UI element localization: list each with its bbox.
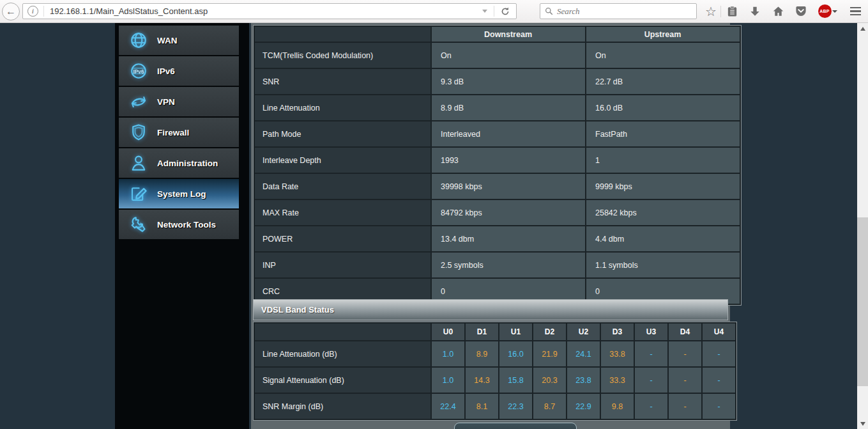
sidebar-item-label: Network Tools xyxy=(157,220,216,230)
arrow-down-icon xyxy=(860,422,865,426)
search-bar[interactable] xyxy=(540,3,697,19)
site-info-icon[interactable]: i xyxy=(27,6,38,17)
adsl-status-table: DownstreamUpstreamTCM(Trellis Coded Modu… xyxy=(254,26,741,305)
band-cell-d3: 33.8 xyxy=(600,341,634,367)
row-label-cell: POWER xyxy=(254,226,431,252)
url-bar[interactable]: i 192.168.1.1/Main_AdslStatus_Content.as… xyxy=(22,3,517,19)
sidebar-item-firewall[interactable]: Firewall xyxy=(119,118,239,147)
search-icon xyxy=(545,7,553,15)
scrollbar-thumb[interactable] xyxy=(857,217,868,386)
vpn-arrows-icon xyxy=(128,91,149,112)
band-cell-u3: - xyxy=(634,341,668,367)
band-cell-d2: 20.3 xyxy=(533,367,567,393)
table-row: Path ModeInterleavedFastPath xyxy=(254,121,740,147)
scroll-up-button[interactable] xyxy=(857,23,868,34)
sidebar-item-label: IPv6 xyxy=(157,66,175,76)
band-column-header-u1: U1 xyxy=(499,323,533,341)
band-column-header-u4: U4 xyxy=(702,323,736,341)
home-button[interactable] xyxy=(770,0,786,22)
row-label-cell: INP xyxy=(254,252,431,278)
band-cell-u1: 15.8 xyxy=(499,367,533,393)
globe-icon xyxy=(128,30,149,51)
arrow-up-icon xyxy=(860,27,865,31)
band-cell-u0: 1.0 xyxy=(431,367,465,393)
row-label-cell: Line Attenuation (dB) xyxy=(254,341,431,367)
table-row: Data Rate39998 kbps9999 kbps xyxy=(254,173,740,199)
bookmarks-menu-button[interactable] xyxy=(724,0,740,22)
band-cell-d4: - xyxy=(668,393,702,419)
bookmark-star-button[interactable]: ☆ xyxy=(703,0,719,22)
table-row: SNR Margin (dB)22.48.122.38.722.99.8--- xyxy=(254,393,736,419)
section-title: VDSL Band Status xyxy=(261,305,334,315)
band-column-header-d4: D4 xyxy=(668,323,702,341)
band-column-header-u3: U3 xyxy=(634,323,668,341)
home-icon xyxy=(772,5,784,17)
row-label-cell: Path Mode xyxy=(254,121,431,147)
band-cell-u3: - xyxy=(634,367,668,393)
band-cell-d1: 8.1 xyxy=(465,393,499,419)
downloads-button[interactable] xyxy=(747,0,763,22)
band-cell-u1: 22.3 xyxy=(499,393,533,419)
sidebar-item-vpn[interactable]: VPN xyxy=(119,87,239,116)
sidebar-item-administration[interactable]: Administration xyxy=(119,148,239,178)
sidebar: WANIPv6IPv6VPNFirewallAdministrationSyst… xyxy=(115,23,249,429)
band-header-row: U0D1U1D2U2D3U3D4U4 xyxy=(254,323,736,341)
table-row: MAX Rate84792 kbps25842 kbps xyxy=(254,199,740,226)
reload-button[interactable] xyxy=(494,7,516,16)
person-icon xyxy=(128,153,149,173)
band-column-header-d2: D2 xyxy=(533,323,567,341)
band-cell-d3: 33.3 xyxy=(600,367,634,393)
note-pencil-icon xyxy=(128,183,149,204)
band-column-header-d3: D3 xyxy=(600,323,634,341)
sidebar-item-network-tools[interactable]: Network Tools xyxy=(119,210,239,239)
sidebar-item-system-log[interactable]: System Log xyxy=(119,179,239,208)
upstream-value-cell: 1 xyxy=(586,147,740,173)
column-header-upstream: Upstream xyxy=(586,26,740,42)
sidebar-item-label: Administration xyxy=(157,159,218,168)
table-row: TCM(Trellis Coded Modulation)OnOn xyxy=(254,42,740,68)
sidebar-item-ipv6[interactable]: IPv6IPv6 xyxy=(119,56,239,86)
ipv6-globe-icon: IPv6 xyxy=(128,61,149,81)
row-label-cell: Data Rate xyxy=(254,173,431,199)
refresh-button[interactable] xyxy=(454,423,577,429)
url-text[interactable]: 192.168.1.1/Main_AdslStatus_Content.asp xyxy=(50,6,476,16)
table-row: Interleave Depth19931 xyxy=(254,147,740,173)
downstream-value-cell: 84792 kbps xyxy=(431,199,586,226)
header-empty-cell xyxy=(254,26,431,42)
band-cell-u2: 22.9 xyxy=(567,393,600,419)
adblock-plus-dropdown[interactable] xyxy=(830,0,839,22)
upstream-value-cell: 9999 kbps xyxy=(586,173,740,199)
clipboard-icon xyxy=(726,5,738,18)
downstream-value-cell: 13.4 dbm xyxy=(431,226,586,252)
menu-button[interactable] xyxy=(847,0,864,22)
downstream-value-cell: 9.3 dB xyxy=(431,68,586,95)
download-arrow-icon xyxy=(749,6,761,17)
band-column-header-u2: U2 xyxy=(567,323,600,341)
band-cell-u0: 22.4 xyxy=(431,393,465,419)
scroll-down-button[interactable] xyxy=(857,418,868,429)
table-row: Line Attenuation8.9 dB16.0 dB xyxy=(254,95,740,121)
url-dropdown-icon[interactable] xyxy=(482,10,487,13)
vertical-scrollbar[interactable] xyxy=(857,23,868,429)
upstream-value-cell: 4.4 dbm xyxy=(586,226,740,252)
upstream-value-cell: 1.1 symbols xyxy=(586,252,740,278)
band-cell-u4: - xyxy=(702,341,736,367)
pocket-button[interactable] xyxy=(793,0,809,22)
band-cell-d1: 14.3 xyxy=(465,367,499,393)
band-cell-d4: - xyxy=(668,341,702,367)
row-label-cell: Line Attenuation xyxy=(254,95,431,121)
downstream-value-cell: Interleaved xyxy=(431,121,586,147)
sidebar-item-wan[interactable]: WAN xyxy=(119,26,239,55)
row-label-cell: Interleave Depth xyxy=(254,147,431,173)
downstream-value-cell: On xyxy=(431,42,586,68)
upstream-value-cell: FastPath xyxy=(586,121,740,147)
band-cell-d2: 8.7 xyxy=(533,393,567,419)
router-admin-page: WANIPv6IPv6VPNFirewallAdministrationSyst… xyxy=(0,23,868,429)
back-button[interactable]: ← xyxy=(2,3,20,20)
reload-icon xyxy=(501,7,510,16)
hamburger-icon xyxy=(850,7,861,15)
search-input[interactable] xyxy=(556,5,696,17)
sidebar-item-label: System Log xyxy=(157,189,206,199)
vdsl-band-table-wrap: U0D1U1D2U2D3U3D4U4Line Attenuation (dB)1… xyxy=(253,322,737,421)
column-header-downstream: Downstream xyxy=(431,26,586,42)
